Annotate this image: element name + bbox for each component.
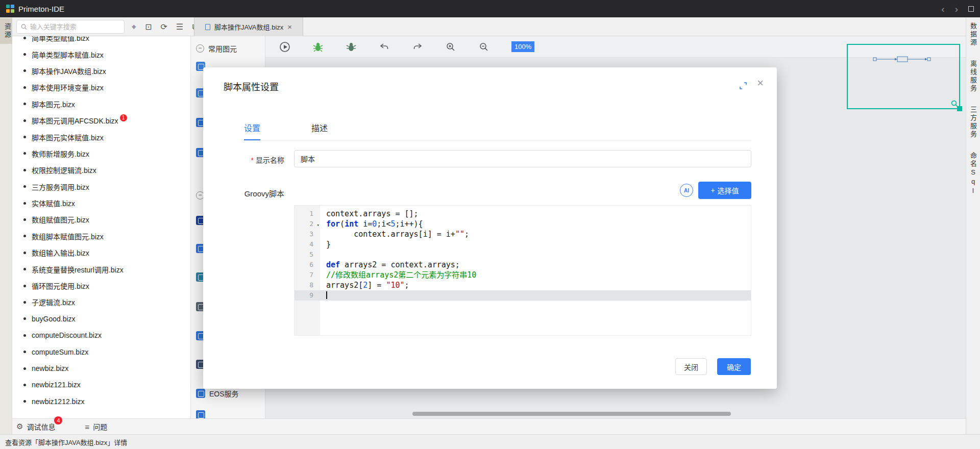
debug-bug-icon[interactable] <box>312 41 324 53</box>
plus-icon: + <box>710 186 715 194</box>
minimap <box>847 44 960 109</box>
file-item[interactable]: buyGood.bizx <box>12 311 190 327</box>
code-line[interactable]: 6def arrays2 = context.arrays; <box>295 260 751 270</box>
run-icon[interactable] <box>279 41 290 53</box>
tab-debug-info[interactable]: ⚙ 调试信息 4 <box>16 421 55 432</box>
line-number: 5 <box>295 250 320 260</box>
file-item[interactable]: 简单类型脚本赋值.bizx <box>12 46 190 62</box>
file-item[interactable]: 数组赋值图元.bizx <box>12 211 190 228</box>
horizontal-scrollbar[interactable] <box>412 412 731 416</box>
locate-icon[interactable]: ⌖ <box>132 22 136 32</box>
code-line[interactable]: 8arrays2[2] = "10"; <box>295 280 751 290</box>
right-rail-item[interactable]: 三方服务 <box>968 106 978 139</box>
file-list: 简单类型赋值.bizx简单类型脚本赋值.bizx脚本操作JAVA数组.bizx脚… <box>12 36 190 410</box>
file-item[interactable]: 系统变量替换resturl调用.bizx <box>12 261 190 277</box>
file-item[interactable]: computeDiscount.bizx <box>12 327 190 343</box>
file-item[interactable]: 实体赋值.bizx <box>12 195 190 211</box>
palette-label: EOS服务 <box>209 388 239 398</box>
minimap-flow-diagram <box>872 54 934 64</box>
palette-group-header[interactable]: −常用图元 <box>196 42 237 55</box>
file-item[interactable]: 简单类型赋值.bizx <box>12 36 190 46</box>
palette-item[interactable]: EOS服务 <box>196 387 239 400</box>
file-name: 脚本操作JAVA数组.bizx <box>32 66 106 76</box>
window-restore-icon[interactable] <box>968 6 974 12</box>
modal-close-button[interactable]: 关闭 <box>675 358 707 375</box>
palette-item[interactable] <box>196 409 205 418</box>
code-rows: 1context.arrays = [];2▾for(int i=0;i<5;i… <box>295 209 751 301</box>
file-name: 三方服务调用.bizx <box>32 182 89 192</box>
right-rail-item[interactable]: 离线服务 <box>968 60 978 93</box>
code-text <box>320 250 326 260</box>
display-name-input[interactable] <box>294 150 751 167</box>
file-item[interactable]: 脚本图元实体赋值.bizx <box>12 129 190 145</box>
file-item[interactable]: 教师新增服务.bizx <box>12 145 190 162</box>
zoom-out-icon[interactable] <box>478 41 489 53</box>
right-rail: 数据源离线服务三方服务命名Sql <box>966 17 980 434</box>
file-item[interactable]: computeSum.bizx <box>12 343 190 360</box>
bullet-icon <box>23 235 26 237</box>
debug-settings-icon[interactable] <box>346 41 357 53</box>
right-rail-item[interactable]: 命名Sql <box>968 152 978 196</box>
file-name: 数组脚本赋值图元.bizx <box>32 231 104 241</box>
search-input[interactable] <box>30 23 120 31</box>
file-item[interactable]: newbiz1212.bizx <box>12 393 190 410</box>
issues-label: 问题 <box>93 421 107 432</box>
search-box[interactable] <box>16 20 125 34</box>
code-text: context.arrays[i] = i+""; <box>320 229 469 239</box>
file-item[interactable]: newbiz121.bizx <box>12 377 190 393</box>
file-item[interactable]: 脚本图元调用AFCSDK.bizx1 <box>12 112 190 129</box>
search-icon <box>21 23 27 30</box>
code-line[interactable]: 2▾for(int i=0;i<5;i++){ <box>295 219 751 229</box>
file-name: 权限控制逻辑流.bizx <box>32 165 96 175</box>
file-item[interactable]: 数组输入输出.bizx <box>12 244 190 261</box>
file-item[interactable]: 脚本操作JAVA数组.bizx <box>12 63 190 79</box>
code-line[interactable]: 5 <box>295 250 751 260</box>
select-value-button[interactable]: + 选择值 <box>698 182 751 199</box>
collapse-icon[interactable]: − <box>196 44 204 53</box>
list-icon[interactable]: ☰ <box>176 22 183 32</box>
line-number: 6 <box>295 260 320 270</box>
tab-settings[interactable]: 设置 <box>244 121 260 140</box>
file-name: 实体赋值.bizx <box>32 198 75 208</box>
required-mark: * <box>251 156 254 164</box>
file-item[interactable]: 脚本图元.bizx <box>12 96 190 112</box>
file-item[interactable]: 三方服务调用.bizx <box>12 179 190 195</box>
right-rail-item[interactable]: 数据源 <box>968 22 978 47</box>
issues-icon: ≡ <box>85 422 89 431</box>
tab-issues[interactable]: ≡ 问题 <box>85 421 107 432</box>
code-line[interactable]: 9 <box>295 290 751 301</box>
file-item[interactable]: 数组脚本赋值图元.bizx <box>12 228 190 244</box>
package-icon[interactable]: ⊡ <box>145 22 152 32</box>
code-line[interactable]: 3 context.arrays[i] = i+""; <box>295 229 751 239</box>
file-name: newbiz.bizx <box>32 364 68 372</box>
file-item[interactable]: 子逻辑流.bizx <box>12 294 190 310</box>
bullet-icon <box>23 37 26 39</box>
tab-script-java-array[interactable]: 脚本操作JAVA数组.bizx × <box>194 17 303 36</box>
zoom-level[interactable]: 100% <box>511 41 534 52</box>
close-icon[interactable]: × <box>757 77 764 90</box>
tab-close-icon[interactable]: × <box>287 22 292 31</box>
minimap-zoom-icon[interactable] <box>951 100 958 107</box>
file-item[interactable]: newbiz.bizx <box>12 360 190 377</box>
nav-forward-icon[interactable]: › <box>955 4 958 14</box>
file-item[interactable]: 脚本使用环境变量.bizx <box>12 79 190 95</box>
titlebar: Primeton-IDE ‹ › <box>0 0 980 17</box>
nav-back-icon[interactable]: ‹ <box>941 4 944 14</box>
file-item[interactable]: 循环图元使用.bizx <box>12 278 190 294</box>
refresh-icon[interactable]: ⟳ <box>160 22 167 32</box>
file-name: 脚本图元.bizx <box>32 99 75 109</box>
zoom-in-icon[interactable] <box>445 41 456 53</box>
expand-icon[interactable] <box>739 82 747 92</box>
tab-description[interactable]: 描述 <box>311 121 328 140</box>
groovy-code-editor[interactable]: 1context.arrays = [];2▾for(int i=0;i<5;i… <box>294 205 751 336</box>
redo-icon[interactable] <box>412 41 423 53</box>
modal-ok-button[interactable]: 确定 <box>717 358 751 375</box>
code-line[interactable]: 4} <box>295 239 751 250</box>
undo-icon[interactable] <box>379 41 390 53</box>
file-item[interactable]: 权限控制逻辑流.bizx <box>12 162 190 178</box>
code-line[interactable]: 7//修改数组arrays2第二个元素为字符串10 <box>295 270 751 280</box>
code-line[interactable]: 1context.arrays = []; <box>295 209 751 219</box>
left-rail-resources[interactable]: 资源 <box>0 18 12 44</box>
fold-icon[interactable]: ▾ <box>317 220 320 230</box>
ai-assistant-icon[interactable]: AI <box>680 184 693 197</box>
